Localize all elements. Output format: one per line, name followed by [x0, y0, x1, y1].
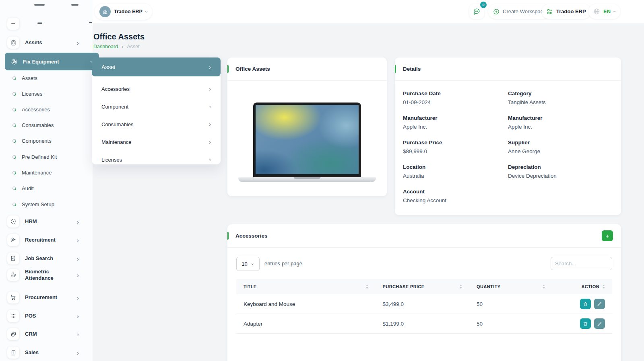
entries-per-page-select[interactable]: 10 — [236, 257, 260, 271]
document-icon — [7, 347, 19, 359]
bullet-icon — [12, 139, 17, 143]
edit-button[interactable] — [594, 318, 605, 329]
cart-icon — [7, 291, 19, 304]
chevron-right-icon: › — [209, 121, 211, 127]
chevron-down-icon: › — [612, 10, 617, 12]
bullet-icon — [12, 107, 17, 112]
chat-badge: 0 — [480, 2, 487, 8]
field-value: Australia — [403, 173, 508, 179]
sidebar-subitem-audit[interactable]: Audit — [12, 185, 85, 191]
sidebar-subitem-components[interactable]: Components — [12, 138, 85, 144]
sidebar-subitem-consumables[interactable]: Consumables — [12, 122, 85, 128]
flyout-item-asset-active[interactable]: Asset › — [92, 57, 221, 76]
sidebar-item-label: Recruitment — [25, 237, 56, 243]
flyout-item-label: Accessories — [101, 86, 130, 92]
table-row: Adapter $1,199.0 50 — [236, 314, 612, 334]
field-location: Location Australia — [403, 164, 508, 179]
column-label: ACTION — [581, 284, 599, 289]
flyout-item-consumables[interactable]: Consumables › — [92, 115, 221, 133]
flyout-item-licenses[interactable]: Licenses › — [92, 151, 221, 168]
sidebar-subitem-maintenance[interactable]: Maintenance — [12, 170, 85, 176]
field-label: Manufacturer — [403, 115, 508, 121]
search-input[interactable] — [551, 257, 612, 270]
subitem-label: Accessories — [22, 107, 50, 113]
column-header-action[interactable]: ACTION — [552, 284, 612, 289]
edit-button[interactable] — [594, 299, 605, 309]
chevron-right-icon: › — [209, 103, 211, 110]
column-header-title[interactable]: TITLE — [236, 284, 376, 289]
sidebar-item-procurement[interactable]: Procurement › — [7, 291, 85, 304]
sidebar-item-fix-equipment[interactable]: Fix Equipment › — [5, 53, 99, 70]
subitem-label: Assets — [22, 75, 37, 81]
table-toolbar: 10 entries per page — [227, 248, 621, 279]
accent-bar — [227, 65, 229, 73]
bullet-icon — [12, 123, 17, 127]
laptop-base — [238, 177, 376, 182]
sidebar-subitem-assets[interactable]: Assets — [12, 75, 85, 81]
delete-button[interactable] — [580, 299, 591, 309]
flyout-item-component[interactable]: Component › — [92, 98, 221, 115]
fingerprint-icon — [7, 269, 19, 281]
sidebar-subitem-licenses[interactable]: Licenses — [12, 91, 85, 97]
laptop-notch — [294, 177, 320, 179]
calculator-icon — [7, 37, 19, 49]
laptop-wallpaper — [256, 105, 359, 174]
column-header-purchase-price[interactable]: PURCHASE PRICE — [376, 284, 470, 289]
sort-icon — [366, 285, 368, 289]
sidebar-item-biometric-attendance[interactable]: Biometric Attendance › — [7, 269, 85, 282]
field-depreciation: Depreciation Device Depreciation — [508, 164, 613, 179]
chevron-right-icon: › — [209, 156, 211, 163]
subitem-label: Audit — [22, 185, 34, 191]
add-accessory-button[interactable]: + — [602, 230, 613, 241]
workspace-switcher[interactable]: Tradoo ERP › — [95, 4, 152, 20]
sidebar-item-crm[interactable]: CRM › — [7, 328, 85, 340]
field-value: Anne George — [508, 148, 613, 154]
hrm-icon — [7, 215, 19, 228]
sidebar-item-recruitment[interactable]: Recruitment › — [7, 234, 85, 246]
tradoo-erp-label: Tradoo ERP — [556, 8, 586, 14]
column-label: QUANTITY — [477, 284, 500, 289]
bullet-icon — [12, 155, 17, 159]
sidebar-subitem-system-setup[interactable]: System Setup — [12, 201, 85, 207]
sidebar-item-job-search[interactable]: Job Search › — [7, 252, 85, 265]
laptop-screen — [253, 103, 361, 177]
field-manufacturer-right: Manufacturer Apple Inc. — [508, 115, 613, 130]
sidebar-item-pos[interactable]: POS › — [7, 310, 85, 322]
sidebar-subitem-accessories[interactable]: Accessories — [12, 107, 85, 113]
breadcrumb-dashboard-link[interactable]: Dashboard — [93, 44, 118, 49]
flyout-item-accessories[interactable]: Accessories › — [92, 80, 221, 98]
field-value: $89,999.0 — [403, 148, 508, 154]
sidebar-subitem-pre-defined-kit[interactable]: Pre Defined Kit — [12, 154, 85, 160]
sidebar-item-sales[interactable]: Sales › — [7, 347, 85, 359]
tradoo-erp-button[interactable]: Tradoo ERP — [542, 4, 591, 19]
flyout-item-label: Licenses — [101, 157, 122, 163]
asset-submenu-flyout: Asset › Accessories › Component › Consum… — [92, 57, 221, 164]
chevron-right-icon: › — [77, 294, 79, 301]
chat-button[interactable]: 0 — [469, 4, 484, 19]
flyout-item-label: Consumables — [101, 121, 134, 127]
table-row: Keyboard and Mouse $3,499.0 50 — [236, 294, 612, 314]
flyout-item-maintenance[interactable]: Maintenance › — [92, 133, 221, 151]
bullet-icon — [12, 92, 17, 96]
card-title: Accessories — [235, 233, 268, 239]
card-header: Office Assets — [227, 57, 387, 81]
sidebar-item-hrm[interactable]: HRM › — [7, 215, 85, 228]
trash-icon — [583, 302, 588, 307]
field-value: 01-09-2024 — [403, 99, 508, 105]
accessories-table: TITLE PURCHASE PRICE QUANTITY ACTION Key — [236, 279, 612, 334]
chat-icon — [473, 8, 481, 15]
scrolled-chevron-fragment — [89, 22, 92, 23]
column-header-quantity[interactable]: QUANTITY — [469, 284, 552, 289]
chevron-right-icon: › — [77, 39, 79, 46]
language-selector[interactable]: EN › — [588, 4, 620, 19]
card-title: Details — [403, 66, 421, 72]
field-label: Supplier — [508, 139, 613, 146]
sidebar-item-label: Biometric Attendance — [25, 269, 67, 282]
card-header: Details — [395, 57, 621, 81]
pencil-icon — [597, 321, 602, 326]
details-card: Details Purchase Date 01-09-2024 Categor… — [395, 57, 621, 215]
sort-icon — [603, 285, 605, 289]
sidebar-item-assets[interactable]: Assets › — [7, 37, 85, 49]
delete-button[interactable] — [580, 318, 591, 329]
subitem-label: Pre Defined Kit — [22, 154, 57, 160]
